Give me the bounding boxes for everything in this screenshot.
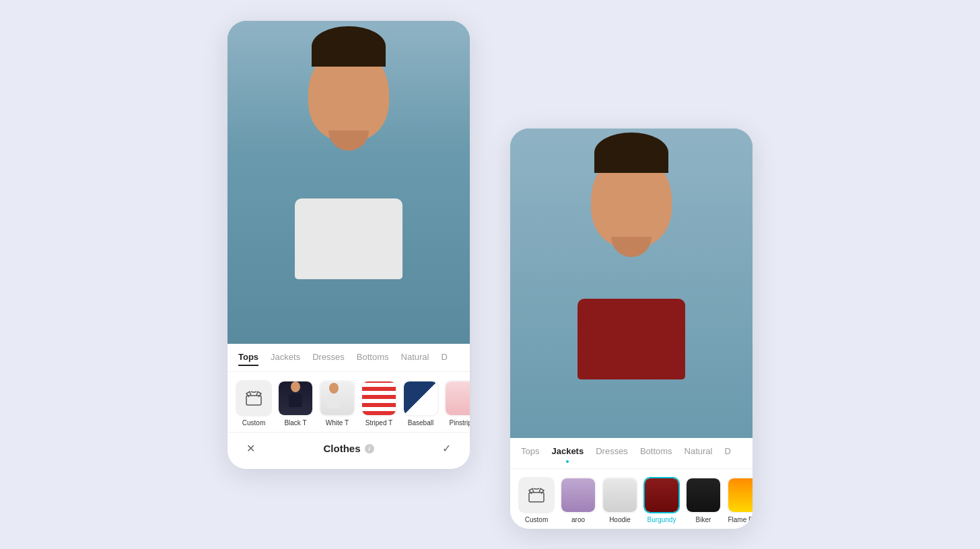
tab-tops-right[interactable]: Tops xyxy=(521,446,539,463)
tab-dresses-left[interactable]: Dresses xyxy=(312,352,345,366)
tab-natural-left[interactable]: Natural xyxy=(401,352,429,366)
cloth-striped-img xyxy=(362,381,396,415)
item-thumb-kangaroo xyxy=(560,477,596,513)
mini-figure-white-t xyxy=(320,381,347,415)
item-thumb-hoodie xyxy=(602,477,638,513)
cloth-kangaroo-img xyxy=(561,478,595,512)
item-thumb-striped-t xyxy=(361,380,397,416)
jackets-active-dot xyxy=(566,460,569,463)
right-model-body xyxy=(578,299,685,379)
item-label-biker: Biker xyxy=(696,516,711,523)
mini-torso xyxy=(289,394,302,407)
close-icon: ✕ xyxy=(246,442,255,455)
cloth-biker-img xyxy=(687,478,720,512)
item-label-flame: Flame PVC xyxy=(728,516,753,523)
item-label-custom-right: Custom xyxy=(525,516,548,523)
confirm-button-left[interactable]: ✓ xyxy=(438,439,456,458)
tab-bottoms-right[interactable]: Bottoms xyxy=(640,446,672,463)
item-label-black-t: Black T xyxy=(284,419,306,427)
item-flame-right[interactable]: Flame PVC xyxy=(727,477,753,523)
item-label-hoodie: Hoodie xyxy=(609,516,631,523)
left-footer-title: Clothes i xyxy=(323,443,374,454)
item-thumb-burgundy xyxy=(643,477,680,513)
left-items-row: Custom Black T xyxy=(228,372,470,432)
item-thumb-biker xyxy=(685,477,722,513)
item-label-white-t: White T xyxy=(326,419,349,427)
left-clothes-footer: ✕ Clothes i ✓ xyxy=(228,432,470,469)
mini-torso-wt xyxy=(327,395,341,408)
item-thumb-baseball xyxy=(403,380,439,416)
item-thumb-black-t xyxy=(277,380,314,416)
item-thumb-white-t xyxy=(319,380,355,416)
item-striped-t-left[interactable]: Striped T xyxy=(361,380,397,427)
item-kangaroo-right[interactable]: aroo xyxy=(560,477,596,523)
item-label-pinstripe: Pinstripe xyxy=(450,419,470,427)
item-burgundy-right[interactable]: Burgundy xyxy=(643,477,680,523)
close-button-left[interactable]: ✕ xyxy=(241,439,260,458)
item-custom-left[interactable]: Custom xyxy=(236,380,272,427)
right-items-row: Custom aroo Hoodie xyxy=(510,469,753,529)
item-label-burgundy: Burgundy xyxy=(648,516,676,523)
left-tabs: Tops Jackets Dresses Bottoms Natural D xyxy=(228,352,470,372)
item-label-custom-left: Custom xyxy=(242,419,265,427)
item-thumb-flame xyxy=(727,477,753,513)
left-model-image xyxy=(228,21,470,344)
tab-jackets-right[interactable]: Jackets xyxy=(551,446,584,459)
tab-jackets-left[interactable]: Jackets xyxy=(271,352,300,366)
item-thumb-pinstripe xyxy=(444,380,470,416)
item-baseball-left[interactable]: Baseball xyxy=(403,380,439,427)
item-biker-right[interactable]: Biker xyxy=(685,477,722,523)
tab-bottoms-left[interactable]: Bottoms xyxy=(357,352,389,366)
right-model-face xyxy=(591,153,672,247)
custom-clothes-icon-right xyxy=(527,486,546,505)
tab-d-right[interactable]: D xyxy=(724,446,730,463)
check-icon: ✓ xyxy=(442,442,451,455)
item-white-t-left[interactable]: White T xyxy=(319,380,355,427)
right-model-image xyxy=(510,129,753,438)
mini-head-wt xyxy=(329,383,339,394)
mini-figure-black-t xyxy=(282,381,309,415)
item-pinstripe-left[interactable]: Pinstripe xyxy=(444,380,470,427)
cloth-pinstripe-img xyxy=(446,381,470,415)
mini-head xyxy=(291,381,300,392)
tab-tops-left[interactable]: Tops xyxy=(238,352,258,366)
right-model-figure xyxy=(510,129,753,438)
item-label-striped-t: Striped T xyxy=(365,419,392,427)
tab-natural-right[interactable]: Natural xyxy=(685,446,713,463)
cloth-hoodie-img xyxy=(603,478,637,512)
clothes-title-text: Clothes xyxy=(323,443,360,454)
right-phone-card: Tops Jackets Dresses Bottoms Natural D xyxy=(510,129,753,529)
item-thumb-custom-right xyxy=(518,477,555,513)
left-bottom-panel: Tops Jackets Dresses Bottoms Natural D xyxy=(228,344,470,469)
cloth-black-t-img xyxy=(279,381,312,415)
right-tabs: Tops Jackets Dresses Bottoms Natural D xyxy=(510,446,753,469)
left-model-face xyxy=(308,46,389,141)
cloth-baseball-img xyxy=(404,381,438,415)
tab-d-left[interactable]: D xyxy=(441,352,447,366)
item-custom-right[interactable]: Custom xyxy=(518,477,555,523)
left-model-body xyxy=(295,198,403,279)
item-label-kangaroo: aroo xyxy=(571,516,585,523)
item-thumb-custom-left xyxy=(236,380,272,416)
info-icon-left[interactable]: i xyxy=(365,444,374,453)
item-black-t-left[interactable]: Black T xyxy=(277,380,314,427)
tab-dresses-right[interactable]: Dresses xyxy=(596,446,628,463)
tab-jackets-right-wrapper: Jackets xyxy=(551,446,584,463)
custom-clothes-icon xyxy=(244,389,263,408)
cloth-burgundy-img xyxy=(645,478,678,512)
item-hoodie-right[interactable]: Hoodie xyxy=(602,477,638,523)
app-container: Tops Jackets Dresses Bottoms Natural D xyxy=(214,7,766,542)
item-label-baseball: Baseball xyxy=(408,419,433,427)
right-bottom-panel: Tops Jackets Dresses Bottoms Natural D xyxy=(510,438,753,529)
left-model-figure xyxy=(228,21,470,344)
cloth-flame-img xyxy=(728,478,753,512)
left-phone-card: Tops Jackets Dresses Bottoms Natural D xyxy=(228,21,470,469)
cloth-white-t-img xyxy=(320,381,354,415)
